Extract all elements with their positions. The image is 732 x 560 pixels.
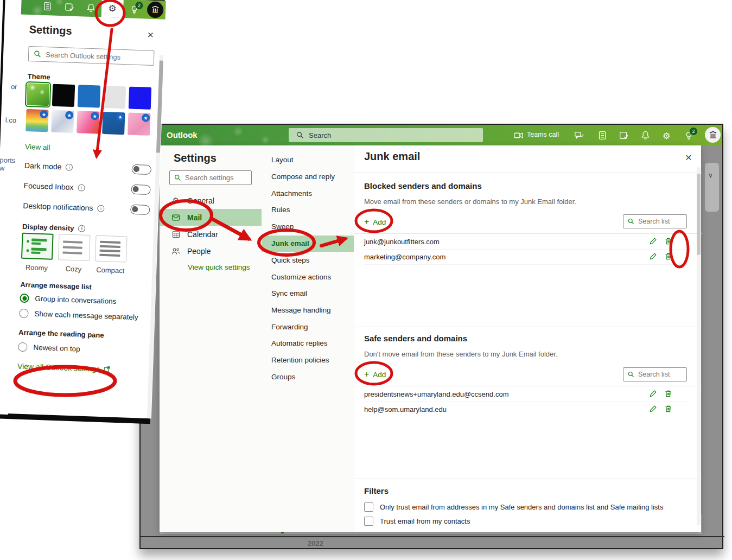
theme-basketball[interactable]: ★ bbox=[102, 112, 125, 135]
radio-icon[interactable] bbox=[20, 294, 29, 303]
gear-icon[interactable]: ⚙ bbox=[101, 0, 124, 18]
dark-mode-toggle[interactable] bbox=[132, 164, 152, 175]
avatar[interactable] bbox=[705, 127, 721, 143]
filter-checkbox-row: Only trust email from addresses in my Sa… bbox=[364, 502, 663, 512]
mail-sections-column: Layout Compose and reply Attachments Rul… bbox=[262, 145, 354, 532]
section-attachments[interactable]: Attachments bbox=[262, 186, 354, 202]
sidebar-item-calendar[interactable]: Calendar bbox=[160, 226, 262, 243]
section-junk-email[interactable]: Junk email bbox=[262, 236, 354, 252]
people-icon bbox=[171, 247, 180, 256]
theme-rainbow[interactable]: ★ bbox=[26, 109, 48, 132]
delete-trash-icon[interactable] bbox=[664, 390, 673, 399]
theme-green-selected[interactable] bbox=[27, 83, 49, 106]
checkbox[interactable] bbox=[364, 517, 373, 526]
dialog-title: Settings bbox=[174, 152, 217, 164]
bell-icon[interactable] bbox=[86, 3, 96, 13]
radio-icon[interactable] bbox=[18, 342, 28, 352]
global-search-input[interactable]: Search bbox=[289, 128, 483, 142]
desktop-notifications-toggle[interactable] bbox=[130, 205, 150, 215]
radio-group-conversations[interactable]: Group into conversations bbox=[20, 294, 117, 306]
info-icon: i bbox=[97, 205, 104, 212]
panel-scrollbar[interactable] bbox=[147, 55, 163, 418]
scrollbar-thumb[interactable] bbox=[697, 174, 701, 255]
blocked-search-list-input[interactable]: Search list bbox=[623, 214, 687, 228]
view-all-themes-link[interactable]: View all bbox=[25, 143, 50, 152]
blocked-description: Move email from these senders or domains… bbox=[364, 198, 576, 206]
radio-each-message[interactable]: Show each message separately bbox=[19, 309, 138, 322]
section-sync-email[interactable]: Sync email bbox=[262, 285, 354, 302]
dialog-scrollbar[interactable] bbox=[697, 167, 701, 525]
teams-call-button[interactable]: Teams call bbox=[527, 131, 559, 138]
safe-description: Don't move email from these senders to m… bbox=[364, 350, 558, 358]
density-options bbox=[21, 233, 128, 263]
onenote-icon[interactable] bbox=[598, 131, 607, 140]
screenshot-stage: Outlook Search Teams call bbox=[0, 0, 732, 560]
lightbulb-icon[interactable]: 2 bbox=[684, 131, 693, 140]
section-customize-actions[interactable]: Customize actions bbox=[262, 269, 354, 285]
gear-icon[interactable]: ⚙ bbox=[663, 131, 672, 140]
delete-trash-icon[interactable] bbox=[664, 252, 673, 262]
search-icon bbox=[628, 371, 634, 378]
checkbox[interactable] bbox=[364, 502, 373, 512]
add-safe-sender-button[interactable]: + Add bbox=[364, 369, 386, 380]
bell-icon[interactable] bbox=[641, 131, 650, 140]
todo-icon[interactable] bbox=[65, 2, 74, 12]
add-blocked-sender-button[interactable]: + Add bbox=[364, 217, 386, 227]
theme-light-gray[interactable] bbox=[103, 86, 126, 109]
settings-dialog: Settings Search settings ⚙ General Mail bbox=[160, 145, 701, 532]
delete-trash-icon[interactable] bbox=[664, 405, 673, 414]
onenote-icon[interactable] bbox=[43, 2, 53, 11]
section-sweep[interactable]: Sweep bbox=[262, 219, 354, 235]
section-retention-policies[interactable]: Retention policies bbox=[262, 352, 354, 368]
safe-heading: Safe senders and domains bbox=[364, 334, 467, 343]
section-groups[interactable]: Groups bbox=[262, 369, 354, 385]
section-quick-steps[interactable]: Quick steps bbox=[262, 252, 354, 269]
edit-pencil-icon[interactable] bbox=[649, 237, 658, 246]
sidebar-item-mail[interactable]: Mail bbox=[160, 209, 262, 226]
theme-unicorn[interactable]: ★ bbox=[77, 111, 99, 133]
sidebar-item-people[interactable]: People bbox=[160, 243, 262, 259]
section-message-handling[interactable]: Message handling bbox=[262, 302, 354, 319]
outlook-main-window: Outlook Search Teams call bbox=[139, 124, 723, 549]
close-icon[interactable]: × bbox=[147, 29, 154, 41]
plus-icon: + bbox=[364, 218, 369, 226]
theme-puzzle[interactable]: ★ bbox=[128, 112, 150, 135]
avatar[interactable] bbox=[147, 2, 164, 18]
close-icon[interactable]: × bbox=[682, 151, 695, 164]
density-roomy[interactable] bbox=[21, 233, 54, 260]
settings-search-input[interactable]: Search settings bbox=[169, 170, 252, 185]
lightbulb-icon[interactable]: 2 bbox=[130, 4, 139, 14]
safe-entry-row: presidentsnews+umaryland.edu@ccsend.com bbox=[364, 387, 689, 402]
section-forwarding[interactable]: Forwarding bbox=[262, 319, 354, 335]
scrollbar-thumb[interactable] bbox=[156, 60, 163, 152]
edit-pencil-icon[interactable] bbox=[649, 390, 658, 399]
theme-row-1 bbox=[27, 83, 151, 110]
theme-blue[interactable] bbox=[78, 85, 100, 107]
radio-icon[interactable] bbox=[19, 309, 29, 319]
sidebar-item-general[interactable]: ⚙ General bbox=[160, 192, 262, 209]
star-badge-icon: ★ bbox=[91, 112, 99, 120]
edit-pencil-icon[interactable] bbox=[649, 252, 658, 262]
chat-icon[interactable] bbox=[575, 131, 584, 140]
edit-pencil-icon[interactable] bbox=[649, 405, 658, 414]
radio-newest-on-top[interactable]: Newest on top bbox=[18, 342, 80, 354]
focused-inbox-toggle[interactable] bbox=[131, 184, 151, 195]
settings-search-placeholder: Search settings bbox=[185, 174, 234, 182]
theme-bright-blue[interactable] bbox=[129, 87, 151, 110]
view-quick-settings-link[interactable]: View quick settings bbox=[188, 263, 250, 271]
todo-icon[interactable] bbox=[619, 131, 628, 140]
density-cozy[interactable] bbox=[58, 234, 91, 261]
section-compose-and-reply[interactable]: Compose and reply bbox=[262, 169, 354, 185]
section-automatic-replies[interactable]: Automatic replies bbox=[262, 335, 354, 352]
section-layout[interactable]: Layout bbox=[262, 152, 354, 168]
theme-black[interactable] bbox=[52, 84, 75, 107]
density-compact[interactable] bbox=[95, 236, 128, 263]
video-camera-icon[interactable] bbox=[514, 131, 523, 140]
outlook-settings-search-input[interactable]: Search Outlook settings bbox=[28, 46, 155, 66]
section-rules[interactable]: Rules bbox=[262, 202, 354, 218]
safe-search-list-input[interactable]: Search list bbox=[623, 367, 687, 381]
view-all-outlook-settings-link[interactable]: View all Outlook settings bbox=[17, 362, 111, 374]
delete-trash-icon[interactable] bbox=[664, 237, 673, 246]
settings-nav-column: Settings Search settings ⚙ General Mail bbox=[160, 145, 262, 532]
theme-silver[interactable]: ★ bbox=[51, 110, 74, 133]
